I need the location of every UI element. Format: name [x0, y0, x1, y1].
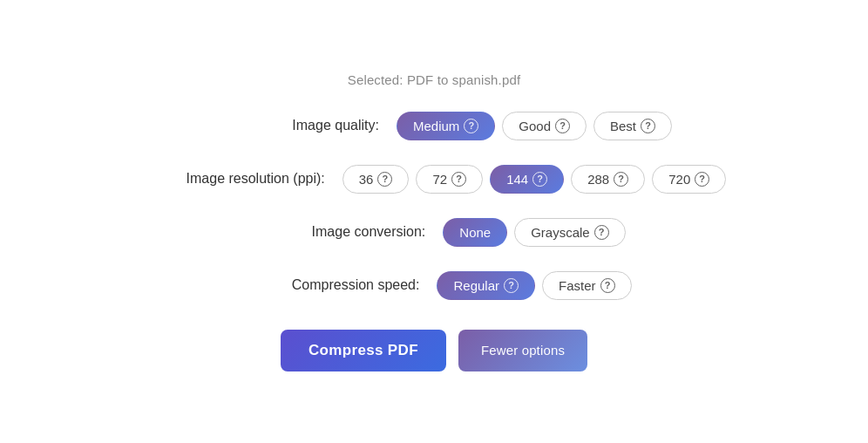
image-quality-options: Medium ? Good ? Best ? — [397, 112, 672, 140]
conversion-grayscale-button[interactable]: Grayscale ? — [514, 218, 626, 247]
image-quality-row: Image quality: Medium ? Good ? Best ? — [129, 112, 739, 140]
resolution-288-button[interactable]: 288 ? — [571, 165, 645, 194]
resolution-36-help-icon[interactable]: ? — [377, 172, 392, 187]
quality-medium-button[interactable]: Medium ? — [397, 112, 495, 140]
quality-best-button[interactable]: Best ? — [593, 112, 672, 140]
speed-faster-button[interactable]: Faster ? — [542, 271, 632, 300]
conversion-grayscale-help-icon[interactable]: ? — [594, 225, 609, 240]
conversion-none-button[interactable]: None — [443, 218, 507, 247]
speed-regular-button[interactable]: Regular ? — [437, 271, 535, 300]
compress-pdf-button[interactable]: Compress PDF — [281, 330, 446, 371]
quality-good-button[interactable]: Good ? — [502, 112, 587, 140]
resolution-36-button[interactable]: 36 ? — [342, 165, 410, 194]
image-conversion-row: Image conversion: None Grayscale ? — [129, 218, 739, 247]
resolution-72-button[interactable]: 72 ? — [416, 165, 483, 194]
main-container: Selected: PDF to spanish.pdf Image quali… — [129, 72, 739, 371]
fewer-options-button[interactable]: Fewer options — [458, 330, 587, 371]
resolution-72-help-icon[interactable]: ? — [451, 172, 466, 187]
resolution-720-help-icon[interactable]: ? — [695, 172, 709, 187]
compression-speed-label: Compression speed: — [236, 277, 428, 293]
resolution-288-help-icon[interactable]: ? — [614, 172, 628, 187]
compression-speed-options: Regular ? Faster ? — [437, 271, 631, 300]
image-resolution-row: Image resolution (ppi): 36 ? 72 ? 144 ? … — [129, 165, 739, 194]
speed-faster-help-icon[interactable]: ? — [600, 278, 615, 293]
resolution-144-button[interactable]: 144 ? — [490, 165, 564, 194]
actions-row: Compress PDF Fewer options — [281, 330, 587, 371]
image-resolution-options: 36 ? 72 ? 144 ? 288 ? 720 ? — [342, 165, 726, 194]
quality-best-help-icon[interactable]: ? — [641, 119, 655, 133]
resolution-144-help-icon[interactable]: ? — [532, 172, 547, 187]
image-conversion-options: None Grayscale ? — [443, 218, 625, 247]
image-quality-label: Image quality: — [196, 118, 388, 133]
resolution-720-button[interactable]: 720 ? — [652, 165, 726, 194]
image-resolution-label: Image resolution (ppi): — [142, 171, 334, 187]
image-conversion-label: Image conversion: — [242, 224, 434, 240]
quality-good-help-icon[interactable]: ? — [555, 119, 570, 133]
selected-file-label: Selected: PDF to spanish.pdf — [348, 72, 520, 87]
compression-speed-row: Compression speed: Regular ? Faster ? — [129, 271, 739, 300]
speed-regular-help-icon[interactable]: ? — [504, 278, 519, 293]
quality-medium-help-icon[interactable]: ? — [464, 119, 478, 133]
